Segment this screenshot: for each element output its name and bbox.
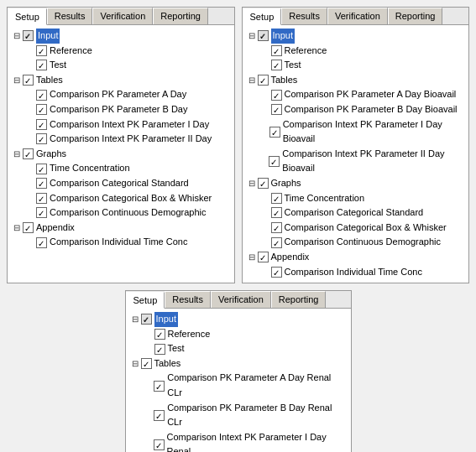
checkbox-7[interactable] (269, 156, 280, 167)
tab-verification-panel1[interactable]: Verification (92, 8, 153, 24)
tab-verification-panel3[interactable]: Verification (211, 291, 271, 308)
expander-icon-8[interactable]: ⊟ (11, 148, 23, 161)
checkbox-11[interactable] (36, 193, 47, 204)
tree-item-11[interactable]: Comparison Categorical Box & Whisker (246, 221, 466, 236)
checkbox-0[interactable]: ✓ (141, 314, 152, 325)
expander-icon-13[interactable]: ⊟ (11, 221, 23, 235)
tree-item-8[interactable]: ⊟Graphs (11, 147, 231, 162)
checkbox-2[interactable] (154, 344, 165, 355)
checkbox-1[interactable] (154, 329, 165, 340)
checkbox-2[interactable] (36, 60, 47, 70)
checkbox-1[interactable] (36, 45, 47, 56)
tree-item-4[interactable]: Comparison PK Parameter A Day Bioavail (246, 87, 466, 102)
tree-item-4[interactable]: Comparison PK Parameter A Day Renal CLr (129, 371, 348, 400)
tree-item-14[interactable]: Comparison Individual Time Conc (11, 235, 231, 250)
checkbox-9[interactable] (36, 164, 47, 174)
tree-item-5[interactable]: Comparison PK Parameter B Day Renal CLr (129, 401, 348, 430)
tab-results-panel2[interactable]: Results (281, 8, 327, 24)
tree-item-2[interactable]: Test (246, 58, 466, 73)
checkbox-8[interactable] (23, 148, 34, 159)
tree-item-7[interactable]: Comparison Intext PK Parameter II Day Bi… (246, 147, 466, 176)
tree-item-0[interactable]: ⊟✓Input (246, 29, 466, 44)
tree-item-9[interactable]: Time Concentration (246, 191, 466, 206)
expander-icon-0[interactable]: ⊟ (129, 313, 141, 326)
checkbox-7[interactable] (36, 133, 47, 144)
checkbox-3[interactable] (258, 75, 269, 86)
checkbox-8[interactable] (258, 178, 269, 189)
tab-reporting-panel2[interactable]: Reporting (388, 8, 443, 24)
tab-results-panel3[interactable]: Results (165, 291, 211, 308)
tree-item-12[interactable]: Comparison Continuous Demographic (246, 235, 466, 250)
tree-item-2[interactable]: Test (11, 58, 231, 73)
checkbox-9[interactable] (271, 193, 282, 204)
tree-item-0[interactable]: ⊟✓Input (11, 29, 231, 44)
tree-item-6[interactable]: Comparison Intext PK Parameter I Day Bio… (246, 117, 466, 147)
expander-icon-0[interactable]: ⊟ (246, 29, 258, 43)
checkbox-6[interactable] (269, 127, 280, 138)
tab-results-panel1[interactable]: Results (47, 8, 93, 24)
tree-item-1[interactable]: Reference (246, 44, 466, 59)
tree-item-10[interactable]: Comparison Categorical Standard (246, 205, 466, 221)
tree-item-3[interactable]: ⊟Tables (246, 73, 466, 88)
tree-item-10[interactable]: Comparison Categorical Standard (11, 176, 231, 191)
checkbox-14[interactable] (36, 237, 47, 248)
checkbox-0[interactable]: ✓ (258, 30, 269, 41)
tree-item-13[interactable]: ⊟Appendix (11, 221, 231, 236)
expander-icon-3[interactable]: ⊟ (246, 74, 258, 87)
checkbox-3[interactable] (141, 358, 152, 369)
tree-item-13[interactable]: ⊟Appendix (246, 250, 466, 265)
checkbox-5[interactable] (36, 104, 47, 115)
checkbox-4[interactable] (154, 381, 165, 392)
tree-item-3[interactable]: ⊟Tables (129, 356, 348, 371)
expander-icon-3[interactable]: ⊟ (11, 74, 23, 87)
checkbox-4[interactable] (36, 90, 47, 101)
checkbox-6[interactable] (36, 119, 47, 130)
checkbox-12[interactable] (36, 207, 47, 218)
tree-item-5[interactable]: Comparison PK Parameter B Day Bioavail (246, 102, 466, 117)
checkbox-10[interactable] (271, 207, 282, 218)
tab-setup-panel1[interactable]: Setup (8, 8, 47, 25)
checkbox-0[interactable]: ✓ (23, 30, 34, 41)
expander-icon-13[interactable]: ⊟ (246, 251, 258, 264)
tree-item-1[interactable]: Reference (129, 327, 348, 342)
tree-label-6: Comparison Intext PK Parameter I Day Bio… (283, 117, 465, 147)
tree-label-12: Comparison Continuous Demographic (50, 205, 206, 221)
checkbox-4[interactable] (271, 90, 282, 101)
tree-label-8: Graphs (271, 176, 301, 191)
tree-item-8[interactable]: ⊟Graphs (246, 176, 466, 191)
checkbox-14[interactable] (271, 267, 282, 278)
expander-icon-3[interactable]: ⊟ (129, 357, 141, 371)
tab-verification-panel2[interactable]: Verification (327, 8, 388, 24)
tree-item-6[interactable]: Comparison Intext PK Parameter I Day Ren… (129, 430, 348, 452)
tree-item-6[interactable]: Comparison Intext PK Parameter I Day (11, 117, 231, 132)
tree-item-4[interactable]: Comparison PK Parameter A Day (11, 87, 231, 102)
tree-item-2[interactable]: Test (129, 341, 348, 356)
checkbox-1[interactable] (271, 45, 282, 56)
tab-setup-panel2[interactable]: Setup (243, 8, 282, 25)
tree-item-3[interactable]: ⊟Tables (11, 73, 231, 88)
tree-item-12[interactable]: Comparison Continuous Demographic (11, 205, 231, 221)
expander-icon-0[interactable]: ⊟ (11, 29, 23, 43)
checkbox-2[interactable] (271, 60, 282, 70)
expander-icon-8[interactable]: ⊟ (246, 177, 258, 190)
checkbox-6[interactable] (154, 439, 165, 450)
checkbox-13[interactable] (23, 222, 34, 233)
checkbox-5[interactable] (154, 410, 165, 421)
tree-item-1[interactable]: Reference (11, 44, 231, 59)
tree-item-11[interactable]: Comparison Categorical Box & Whisker (11, 191, 231, 206)
tree-item-9[interactable]: Time Concentration (11, 161, 231, 176)
checkbox-10[interactable] (36, 178, 47, 189)
checkbox-5[interactable] (271, 104, 282, 115)
tree-item-7[interactable]: Comparison Intext PK Parameter II Day (11, 132, 231, 147)
checkbox-3[interactable] (23, 75, 34, 86)
checkbox-12[interactable] (271, 237, 282, 248)
tree-item-0[interactable]: ⊟✓Input (129, 312, 348, 327)
checkbox-13[interactable] (258, 252, 269, 262)
tabs-panel3: SetupResultsVerificationReporting (126, 291, 351, 309)
tree-item-14[interactable]: Comparison Individual Time Conc (246, 265, 466, 280)
tab-setup-panel3[interactable]: Setup (126, 292, 165, 309)
tab-reporting-panel1[interactable]: Reporting (153, 8, 208, 24)
tree-item-5[interactable]: Comparison PK Parameter B Day (11, 102, 231, 117)
checkbox-11[interactable] (271, 222, 282, 233)
tab-reporting-panel3[interactable]: Reporting (271, 291, 327, 308)
